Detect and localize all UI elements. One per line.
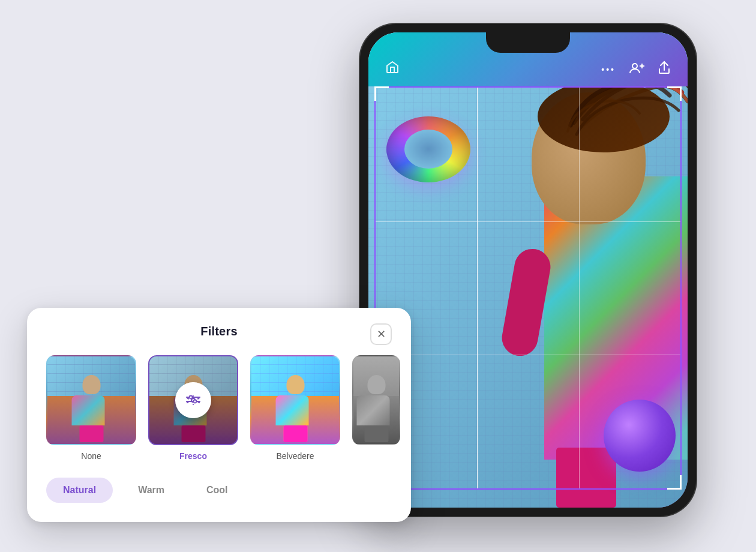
svg-point-14 [194, 400, 197, 403]
mini-figure-belvedere [276, 375, 315, 441]
mini-figure-none [72, 375, 111, 441]
photo-background [368, 32, 688, 508]
filter-thumb-none [46, 355, 136, 445]
tone-warm-button[interactable]: Warm [121, 478, 181, 503]
filter-title: Filters [200, 325, 237, 338]
crop-grid [374, 86, 682, 490]
share-icon[interactable] [658, 61, 671, 78]
tone-cool-button[interactable]: Cool [190, 478, 245, 503]
home-icon[interactable] [385, 60, 400, 78]
mini-figure-fourth [357, 375, 396, 441]
filter-item-fresco[interactable]: Fresco [148, 355, 238, 461]
more-icon[interactable]: ••• [601, 65, 616, 74]
add-friend-icon[interactable] [629, 61, 644, 77]
filter-item-none[interactable]: None [46, 355, 136, 461]
close-icon: ✕ [377, 329, 386, 340]
phone-notch [486, 32, 570, 53]
corner-tl [374, 86, 389, 101]
filter-item-fourth[interactable] [352, 355, 400, 451]
filter-tones: Natural Warm Cool [46, 478, 392, 503]
fresco-icon-overlay [175, 382, 211, 418]
filter-thumb-fourth [352, 355, 400, 445]
filter-thumb-belvedere [250, 355, 340, 445]
filter-item-belvedere[interactable]: Belvedere [250, 355, 340, 461]
tone-natural-button[interactable]: Natural [46, 478, 113, 503]
filter-label-fresco: Fresco [179, 451, 207, 461]
svg-point-12 [190, 396, 193, 399]
filter-thumbnails: None [46, 355, 392, 461]
filter-label-belvedere: Belvedere [276, 451, 314, 461]
corner-br [667, 475, 682, 490]
corner-tr [667, 86, 682, 101]
filter-panel: Filters ✕ None [27, 308, 411, 522]
filter-thumb-fresco [148, 355, 238, 445]
close-button[interactable]: ✕ [370, 323, 392, 345]
filter-header: Filters ✕ [46, 325, 392, 338]
svg-line-9 [198, 398, 199, 399]
svg-line-6 [187, 398, 188, 399]
svg-point-0 [632, 64, 637, 68]
filter-label-none: None [81, 451, 101, 461]
phone-screen: ••• [368, 32, 688, 508]
